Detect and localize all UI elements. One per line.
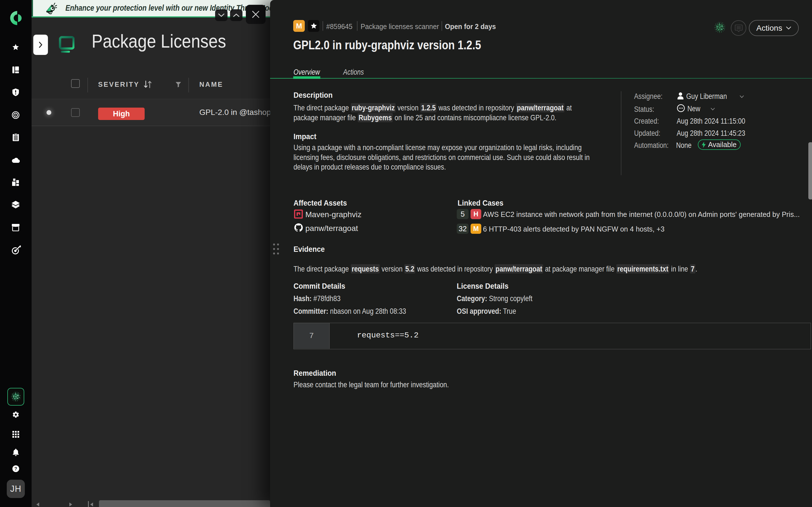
svg-text:?: ? — [14, 466, 17, 471]
